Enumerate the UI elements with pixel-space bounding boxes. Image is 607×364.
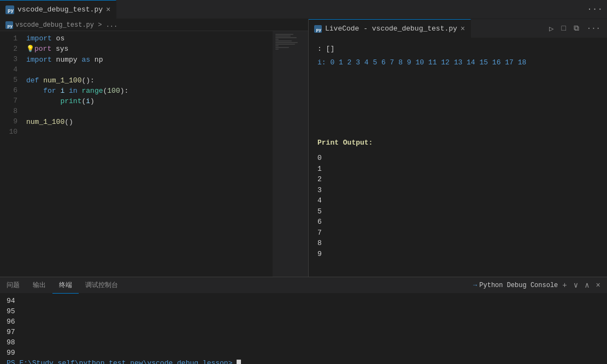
debug-console-arrow: →: [473, 282, 477, 289]
code-line-7: print(i): [26, 96, 273, 106]
code-line-5: def num_1_100():: [26, 75, 273, 86]
editor-tab-bar: py vscode_debug_test.py × ···: [0, 0, 607, 19]
live-output: : [] i: 0 1 2 3 4 5 6 7 8 9 10 11 12 13 …: [317, 44, 598, 259]
array-display: : []: [317, 44, 598, 55]
python-breadcrumb-icon: py: [5, 21, 13, 29]
right-tab-actions: ▷ □ ⧉ ···: [543, 23, 607, 34]
debug-console-label: Python Debug Console: [479, 282, 558, 289]
code-line-10: [26, 127, 273, 138]
chevron-up-btn[interactable]: ∧: [582, 279, 591, 291]
code-line-9: num_1_100(): [26, 117, 273, 127]
panel-tab-right-actions: → Python Debug Console + ∨ ∧ ×: [473, 279, 607, 291]
print-num-5: 5: [317, 206, 598, 217]
print-num-1: 1: [317, 164, 598, 175]
right-pane: py LiveCode - vscode_debug_test.py × ▷ □…: [309, 19, 607, 277]
line-numbers: 1 2 3 4 5 6 7 8 9 10: [0, 31, 22, 277]
minimap: [273, 31, 308, 277]
terminal-line-94: 94: [7, 296, 600, 306]
print-num-2: 2: [317, 174, 598, 185]
more-actions-button[interactable]: ···: [585, 23, 603, 34]
chevron-down-btn[interactable]: ∨: [571, 279, 580, 291]
stop-button[interactable]: □: [559, 23, 568, 34]
code-line-8: [26, 106, 273, 117]
livecode-tab[interactable]: py LiveCode - vscode_debug_test.py ×: [309, 19, 471, 38]
editor-tab-more[interactable]: ···: [582, 4, 607, 14]
panel-tab-issues[interactable]: 问题: [0, 277, 26, 294]
print-num-7: 7: [317, 228, 598, 238]
print-num-3: 3: [317, 185, 598, 196]
terminal-line-95: 95: [7, 306, 600, 317]
panel-tab-bar: 问题 输出 终端 调试控制台 → Python Debug Console + …: [0, 277, 607, 294]
right-tab-bar: py LiveCode - vscode_debug_test.py × ▷ □…: [309, 19, 607, 38]
livecode-tab-label: LiveCode - vscode_debug_test.py: [325, 25, 457, 33]
terminal-line-98: 98: [7, 337, 600, 348]
terminal-content[interactable]: 94 95 96 97 98 99 PS E:\Study_self\pytho…: [0, 294, 607, 364]
svg-text:py: py: [8, 23, 13, 28]
svg-text:py: py: [8, 8, 14, 14]
editor-tab-label: vscode_debug_test.py: [17, 5, 103, 14]
main-area: py vscode_debug_test.py > ... 1 2 3 4 5 …: [0, 19, 607, 277]
print-num-6: 6: [317, 217, 598, 228]
index-row: i: 0 1 2 3 4 5 6 7 8 9 10 11 12 13 14 15…: [317, 57, 598, 69]
play-button[interactable]: ▷: [547, 23, 556, 34]
print-num-8: 8: [317, 238, 598, 249]
python-debug-console-btn[interactable]: → Python Debug Console: [473, 282, 558, 289]
terminal-line-97: 97: [7, 327, 600, 337]
terminal-line-96: 96: [7, 317, 600, 327]
bottom-panel: 问题 输出 终端 调试控制台 → Python Debug Console + …: [0, 277, 607, 364]
print-output-label: Print Output:: [317, 138, 598, 149]
svg-text:py: py: [316, 27, 322, 32]
breadcrumb-text: vscode_debug_test.py > ...: [15, 21, 117, 29]
add-terminal-btn[interactable]: +: [560, 280, 569, 291]
editor-content: 1 2 3 4 5 6 7 8 9 10 import os 💡port sys…: [0, 31, 308, 277]
terminal-prompt-line: PS E:\Study_self\python_test_new\vscode_…: [7, 358, 600, 364]
editor-pane: py vscode_debug_test.py > ... 1 2 3 4 5 …: [0, 19, 309, 277]
print-num-0: 0: [317, 153, 598, 164]
livecode-tab-close[interactable]: ×: [461, 25, 465, 33]
print-num-9: 9: [317, 249, 598, 260]
code-line-2: 💡port sys: [26, 44, 273, 55]
panel-close-btn[interactable]: ×: [594, 280, 603, 291]
terminal-cursor: [237, 360, 241, 364]
print-numbers: 0 1 2 3 4 5 6 7 8 9: [317, 153, 598, 259]
terminal-line-99: 99: [7, 348, 600, 358]
breadcrumb: py vscode_debug_test.py > ...: [0, 19, 308, 31]
code-line-4: [26, 65, 273, 75]
print-num-4: 4: [317, 195, 598, 206]
code-editor[interactable]: import os 💡port sys import numpy as np d…: [22, 31, 273, 277]
split-button[interactable]: ⧉: [571, 23, 581, 34]
code-line-1: import os: [26, 33, 273, 44]
python-file-icon: py: [5, 5, 14, 14]
panel-tab-debug-console[interactable]: 调试控制台: [79, 277, 125, 294]
terminal-prompt: PS E:\Study_self\python_test_new\vscode_…: [7, 359, 232, 364]
panel-tab-output[interactable]: 输出: [26, 277, 52, 294]
livecode-tab-icon: py: [314, 25, 322, 33]
livecode-output-area: : [] i: 0 1 2 3 4 5 6 7 8 9 10 11 12 13 …: [309, 38, 607, 277]
editor-tab-vscode-debug[interactable]: py vscode_debug_test.py ×: [0, 0, 116, 19]
code-line-6: for i in range(100):: [26, 86, 273, 96]
panel-tab-terminal[interactable]: 终端: [52, 277, 79, 294]
code-line-3: import numpy as np: [26, 55, 273, 65]
editor-tab-close[interactable]: ×: [106, 5, 110, 14]
